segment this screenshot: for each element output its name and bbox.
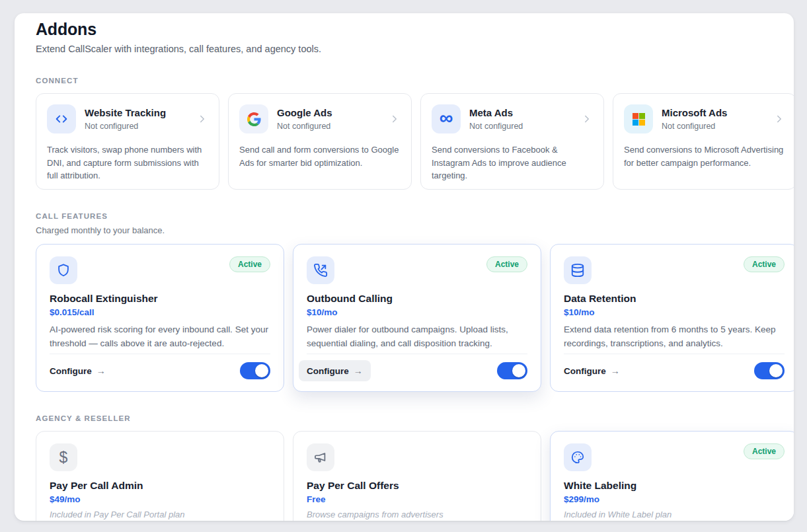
section-subtitle: Charged monthly to your balance.: [36, 225, 794, 235]
addon-title: Microsoft Ads: [662, 107, 765, 118]
addon-title: Meta Ads: [469, 107, 572, 118]
addon-title: Pay Per Call Admin: [50, 480, 270, 492]
addon-status: Not configured: [277, 122, 380, 131]
addon-status: Not configured: [662, 122, 765, 131]
addon-toggle[interactable]: [497, 362, 527, 379]
chevron-right-icon: [389, 113, 401, 125]
agency-card-pay-per-call-offers[interactable]: Pay Per Call Offers Free Browse campaign…: [293, 431, 541, 521]
feature-card-robocall-extinguisher: Active Robocall Extinguisher $0.015/call…: [36, 244, 284, 392]
addon-description: Track visitors, swap phone numbers with …: [47, 143, 208, 182]
addon-price: $10/mo: [307, 307, 527, 317]
call-features-card-grid: Active Robocall Extinguisher $0.015/call…: [36, 244, 794, 392]
addon-price: $49/mo: [50, 494, 270, 504]
addon-toggle[interactable]: [240, 362, 270, 379]
addon-price: Free: [307, 494, 527, 504]
meta-icon: ∞: [432, 104, 461, 133]
connect-card-microsoft-ads[interactable]: Microsoft Ads Not configured Send conver…: [613, 93, 794, 190]
connect-card-header: Microsoft Ads Not configured: [624, 104, 785, 133]
phone-outgoing-icon: [307, 256, 334, 284]
agency-card-pay-per-call-admin[interactable]: $ Pay Per Call Admin $49/mo Included in …: [36, 431, 284, 521]
addon-title: Google Ads: [277, 107, 380, 118]
microsoft-icon: [624, 104, 653, 133]
connect-card-header: ∞ Meta Ads Not configured: [432, 104, 593, 133]
addon-plan-note: Browse campaigns from advertisers: [307, 510, 527, 519]
section-label-connect: CONNECT: [36, 77, 794, 85]
addon-title: Robocall Extinguisher: [50, 293, 270, 305]
addon-plan-note: Included in Pay Per Call Portal plan: [50, 510, 270, 519]
toggle-knob: [769, 364, 783, 377]
section-label-call-features: CALL FEATURES: [36, 212, 794, 220]
connect-card-header: Website Tracking Not configured: [47, 104, 208, 133]
dollar-icon: $: [50, 443, 77, 471]
feature-card-data-retention: Active Data Retention $10/mo Extend data…: [550, 244, 794, 392]
addon-toggle[interactable]: [754, 362, 785, 379]
arrow-right-icon: →: [354, 365, 363, 376]
chevron-right-icon: [581, 113, 593, 125]
configure-button[interactable]: Configure →: [299, 360, 371, 381]
database-icon: [564, 256, 592, 284]
addon-title: Outbound Calling: [307, 293, 527, 305]
connect-card-meta-ads[interactable]: ∞ Meta Ads Not configured Send conversio…: [420, 93, 604, 190]
configure-button[interactable]: Configure →: [50, 365, 106, 376]
addon-status: Not configured: [85, 122, 188, 131]
addon-description: Send call and form conversions to Google…: [239, 143, 401, 169]
arrow-right-icon: →: [96, 365, 106, 376]
addon-price: $10/mo: [564, 307, 785, 317]
section-label-agency-reseller: AGENCY & RESELLER: [36, 414, 794, 422]
arrow-right-icon: →: [611, 365, 620, 376]
connect-card-google-ads[interactable]: Google Ads Not configured Send call and …: [228, 93, 412, 190]
connect-card-header: Google Ads Not configured: [239, 104, 401, 133]
addons-page-panel: Addons Extend CallScaler with integratio…: [15, 13, 794, 521]
addon-title: Pay Per Call Offers: [307, 480, 527, 492]
addon-description: Send conversions to Microsoft Advertisin…: [624, 143, 785, 169]
addon-price: $0.015/call: [50, 307, 270, 317]
palette-icon: [564, 443, 592, 471]
status-badge: Active: [744, 443, 785, 459]
status-badge: Active: [744, 256, 785, 272]
toggle-knob: [255, 364, 268, 377]
google-icon: [239, 104, 268, 133]
connect-card-website-tracking[interactable]: Website Tracking Not configured Track vi…: [36, 93, 219, 190]
toggle-knob: [512, 364, 525, 377]
addon-description: AI-powered risk scoring for every inboun…: [50, 323, 270, 351]
addon-title: Website Tracking: [85, 107, 188, 118]
agency-card-white-labeling[interactable]: Active White Labeling $299/mo Included i…: [550, 431, 794, 521]
addon-title: White Labeling: [564, 480, 785, 492]
addon-description: Send conversions to Facebook & Instagram…: [432, 143, 593, 182]
shield-icon: [50, 256, 77, 284]
addon-description: Power dialer for outbound campaigns. Upl…: [307, 323, 527, 351]
feature-card-outbound-calling: Active Outbound Calling $10/mo Power dia…: [293, 244, 541, 392]
addon-title: Data Retention: [564, 293, 785, 305]
chevron-right-icon: [773, 113, 785, 125]
status-badge: Active: [486, 256, 527, 272]
addon-price: $299/mo: [564, 494, 785, 504]
status-badge: Active: [229, 256, 270, 272]
megaphone-icon: [307, 443, 334, 471]
page-subtitle: Extend CallScaler with integrations, cal…: [36, 44, 794, 54]
chevron-right-icon: [196, 113, 208, 125]
code-icon: [47, 104, 76, 133]
addon-status: Not configured: [469, 122, 572, 131]
page-title: Addons: [36, 20, 794, 39]
addon-plan-note: Included in White Label plan: [564, 510, 785, 519]
agency-card-grid: $ Pay Per Call Admin $49/mo Included in …: [36, 431, 794, 521]
connect-card-grid: Website Tracking Not configured Track vi…: [36, 93, 794, 190]
configure-button[interactable]: Configure →: [564, 365, 620, 376]
addon-description: Extend data retention from 6 months to 5…: [564, 323, 785, 351]
